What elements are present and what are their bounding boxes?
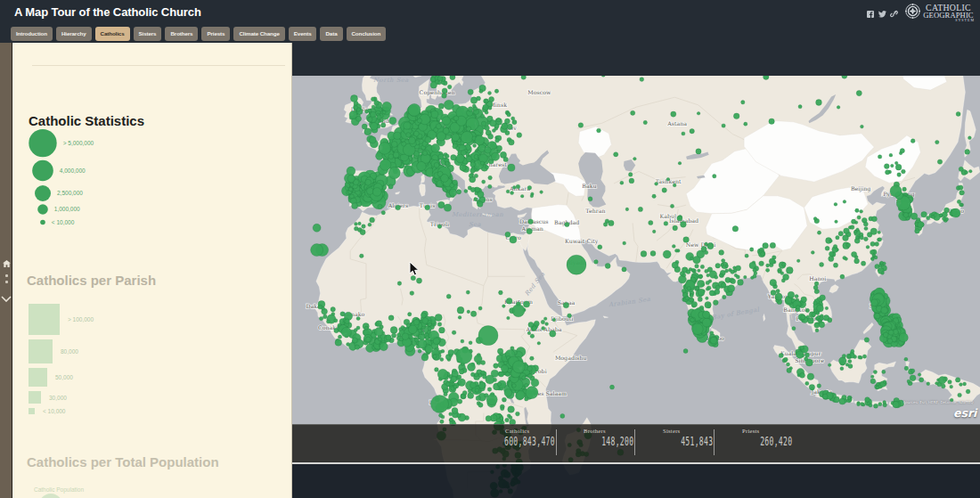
map-dot — [381, 123, 386, 127]
map-dot — [690, 318, 695, 322]
map-dot — [389, 118, 396, 125]
map-dot — [766, 268, 770, 272]
legend-square-label: 50,000 — [55, 374, 73, 380]
map-dot — [478, 382, 486, 389]
map-dot — [487, 388, 492, 392]
map-dot — [835, 220, 838, 224]
map-dot — [641, 251, 647, 257]
tab-catholics[interactable]: Catholics — [95, 27, 130, 41]
map-dot — [468, 107, 473, 112]
map-dot — [854, 258, 860, 264]
home-icon[interactable] — [3, 255, 11, 271]
nav-dot[interactable] — [5, 281, 8, 283]
tab-brothers[interactable]: Brothers — [165, 27, 198, 41]
map-dot — [464, 190, 468, 193]
map-dot — [875, 242, 879, 247]
tab-conclusion[interactable]: Conclusion — [347, 27, 387, 41]
map-dot — [512, 305, 525, 317]
map-dot — [715, 275, 718, 279]
map-dot — [666, 177, 670, 181]
map-dot — [820, 316, 823, 320]
map-dot — [481, 371, 486, 375]
map-dot — [475, 388, 479, 393]
map-dot — [706, 288, 709, 291]
tab-events[interactable]: Events — [289, 27, 317, 41]
map-dot — [698, 274, 702, 278]
map-dot — [347, 167, 355, 176]
chevron-down-icon[interactable] — [1, 290, 12, 306]
city-label: Damascus — [519, 218, 549, 225]
map-dot — [843, 200, 846, 204]
map-dot — [884, 164, 889, 169]
city-label: Mogadishu — [555, 355, 586, 362]
map-dot — [347, 175, 355, 182]
map-dot — [380, 159, 391, 171]
map-dot — [510, 236, 517, 243]
map-dot — [511, 117, 515, 120]
map-dot — [530, 194, 534, 198]
map-dot — [386, 335, 391, 340]
map-dot — [393, 152, 399, 159]
map-dot — [695, 264, 699, 268]
legend-title-catholics-per-total-population: Catholics per Total Population — [27, 454, 219, 469]
map-dot — [787, 368, 792, 373]
map-dot — [326, 320, 330, 323]
map-dot — [681, 221, 687, 227]
map-dot — [822, 394, 828, 399]
map-dot — [440, 420, 444, 423]
map-dot — [413, 131, 419, 136]
facebook-icon[interactable] — [867, 11, 874, 18]
link-icon[interactable] — [890, 10, 898, 18]
map-dot — [677, 216, 682, 221]
map-dot — [710, 337, 717, 344]
map-dot — [481, 121, 486, 126]
map-dot — [766, 264, 770, 267]
tab-climate-change[interactable]: Climate Change — [233, 27, 284, 41]
map-dot — [474, 174, 478, 177]
map-dot — [381, 211, 385, 215]
map-dot — [396, 205, 401, 210]
map-dot — [522, 376, 526, 380]
map-dot — [444, 204, 451, 211]
map-dot — [937, 159, 942, 164]
map-dot — [941, 384, 945, 388]
map-dot — [378, 338, 381, 341]
city-label: Kuwait City — [565, 238, 599, 245]
tab-priests[interactable]: Priests — [201, 27, 230, 41]
map-dot — [866, 245, 870, 249]
map-dot — [481, 114, 485, 118]
map-dot — [540, 191, 543, 194]
map-dot — [705, 242, 708, 246]
map-dot — [628, 173, 633, 177]
map-dot — [365, 179, 372, 185]
map-dot — [458, 379, 465, 386]
esri-logo[interactable]: esri — [953, 406, 976, 420]
stat-priests: Priests260,420 — [740, 425, 792, 463]
nav-dot[interactable] — [5, 274, 8, 277]
map-dot — [466, 152, 470, 156]
map-dot — [763, 242, 769, 249]
esri-attribution[interactable]: Sources: Esri, HERE, DeLorme, NAVTEQ esr… — [953, 406, 976, 420]
map-dot — [877, 382, 880, 386]
twitter-icon[interactable] — [878, 11, 886, 18]
legend-square — [29, 304, 60, 335]
social-icons — [867, 10, 898, 18]
map-dot — [408, 103, 421, 116]
map-dot — [855, 208, 859, 212]
map-dot — [437, 81, 441, 85]
map-dot — [509, 139, 515, 145]
legend-square-label: 80,000 — [61, 348, 78, 355]
map-dot — [452, 134, 460, 142]
tab-sisters[interactable]: Sisters — [134, 27, 162, 41]
tab-hierarchy[interactable]: Hierarchy — [56, 27, 92, 41]
map-dot — [417, 161, 426, 170]
tab-introduction[interactable]: Introduction — [11, 27, 53, 41]
map-dot — [713, 300, 718, 306]
map-dot — [428, 327, 431, 331]
page-title: A Map Tour of the Catholic Church — [14, 5, 201, 19]
tab-data[interactable]: Data — [320, 27, 342, 41]
map-dot — [807, 373, 814, 380]
section-tabs: IntroductionHierarchyCatholicsSistersBro… — [11, 27, 386, 41]
map-dot — [470, 187, 475, 192]
map-dot — [861, 403, 864, 406]
